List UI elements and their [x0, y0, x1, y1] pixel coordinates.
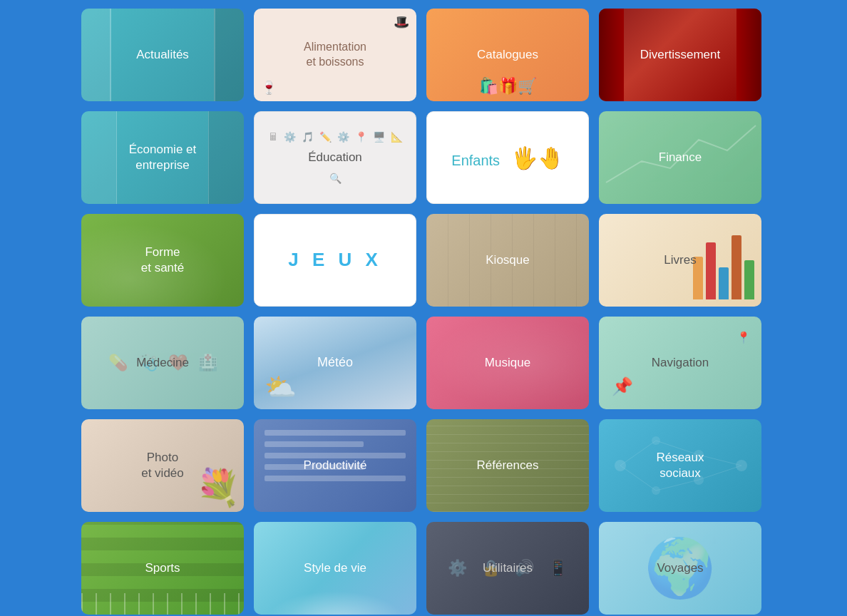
tile-divertissement-label: Divertissement	[640, 47, 720, 63]
svg-line-9	[656, 480, 699, 491]
tile-forme-label: Formeet santé	[141, 245, 185, 276]
tile-navigation[interactable]: 📍 📌 Navigation	[599, 317, 761, 409]
food-icon-top: 🎩	[394, 14, 409, 30]
tile-actualites[interactable]: Actualités	[81, 9, 244, 101]
tile-kiosque-label: Kiosque	[486, 252, 529, 268]
tile-divertissement[interactable]: Divertissement	[599, 9, 761, 101]
tile-alimentation-label: Alimentationet boissons	[304, 40, 366, 70]
tile-reseaux-label: Réseauxsociaux	[656, 450, 704, 481]
tile-medecine[interactable]: 💊🩺❤️🏥 Médecine	[81, 317, 244, 409]
tile-alimentation[interactable]: 🎩 Alimentationet boissons 🍷	[254, 9, 416, 101]
photo-flower-decor: 💐	[196, 467, 240, 508]
tile-voyages-label: Voyages	[657, 560, 703, 576]
svg-line-11	[699, 466, 741, 480]
tile-catalogues[interactable]: Catalogues 🛍️🎁🛒	[426, 9, 589, 101]
tile-style[interactable]: Style de vie	[254, 522, 416, 615]
navigation-icon-top: 📍	[736, 331, 751, 344]
tile-style-label: Style de vie	[304, 560, 366, 576]
tile-economie[interactable]: Économie etentreprise	[81, 111, 244, 204]
tile-enfants-label: Enfants 🖐️🤚	[451, 144, 563, 172]
catalogue-icons: 🛍️🎁🛒	[479, 77, 537, 96]
tile-jeux[interactable]: J E U X	[254, 214, 416, 307]
tile-musique-label: Musique	[485, 355, 530, 371]
tile-productivite[interactable]: Productivité	[254, 419, 416, 512]
app-grid: Actualités 🎩 Alimentationet boissons 🍷 C…	[81, 9, 766, 615]
tile-actualites-label: Actualités	[136, 47, 189, 63]
tile-livres-label: Livres	[664, 252, 696, 268]
tile-education[interactable]: 🖩⚙️🎵✏️⚙️ 📍🖥️📐🔍 Éducation	[254, 111, 416, 204]
tile-musique[interactable]: Musique	[426, 317, 589, 409]
svg-line-6	[620, 441, 656, 466]
tile-sports-label: Sports	[145, 560, 180, 576]
tile-reseaux[interactable]: Réseauxsociaux	[599, 419, 761, 512]
svg-line-7	[620, 466, 656, 491]
curtain-right-decor	[736, 9, 761, 101]
tile-livres[interactable]: Livres	[599, 214, 761, 307]
tile-medecine-label: Médecine	[136, 355, 189, 371]
tile-photo[interactable]: 💐 Photoet vidéo	[81, 419, 244, 512]
tile-meteo[interactable]: ⛅ Météo	[254, 317, 416, 409]
tile-voyages[interactable]: 🌍 Voyages	[599, 522, 761, 615]
meteo-cloud-icon: ⛅	[265, 372, 297, 402]
tile-enfants[interactable]: Enfants 🖐️🤚	[426, 111, 589, 204]
eco-left-decor	[81, 111, 117, 204]
tile-utilitaires[interactable]: ⚙️🔒🔊📱 Utilitaires	[426, 522, 589, 615]
eco-right-decor	[208, 111, 244, 204]
tile-economie-label: Économie etentreprise	[129, 142, 197, 173]
svg-line-10	[699, 455, 741, 466]
tile-education-label: Éducation	[308, 150, 362, 165]
hands-emoji: 🖐️🤚	[511, 146, 564, 170]
tile-jeux-label: J E U X	[288, 248, 382, 272]
tile-kiosque[interactable]: Kiosque	[426, 214, 589, 307]
tile-sports[interactable]: Sports	[81, 522, 244, 615]
livres-chart-decor	[693, 235, 754, 299]
curtain-left-decor	[599, 9, 624, 101]
food-icon-bottom: 🍷	[261, 80, 277, 96]
tile-meteo-label: Météo	[317, 354, 353, 371]
navigation-pin-icon: 📌	[612, 376, 633, 396]
tile-references[interactable]: Références	[426, 419, 589, 512]
tile-productivite-label: Productivité	[304, 458, 367, 473]
tile-forme[interactable]: Formeet santé	[81, 214, 244, 307]
tile-navigation-label: Navigation	[652, 355, 709, 371]
tile-finance-label: Finance	[659, 150, 702, 165]
style-water-decor	[254, 586, 416, 615]
tile-photo-label: Photoet vidéo	[141, 450, 184, 481]
tile-catalogues-label: Catalogues	[477, 47, 538, 63]
tile-finance[interactable]: Finance	[599, 111, 761, 204]
tile-utilitaires-label: Utilitaires	[483, 560, 533, 576]
tile-references-label: Références	[477, 458, 539, 473]
